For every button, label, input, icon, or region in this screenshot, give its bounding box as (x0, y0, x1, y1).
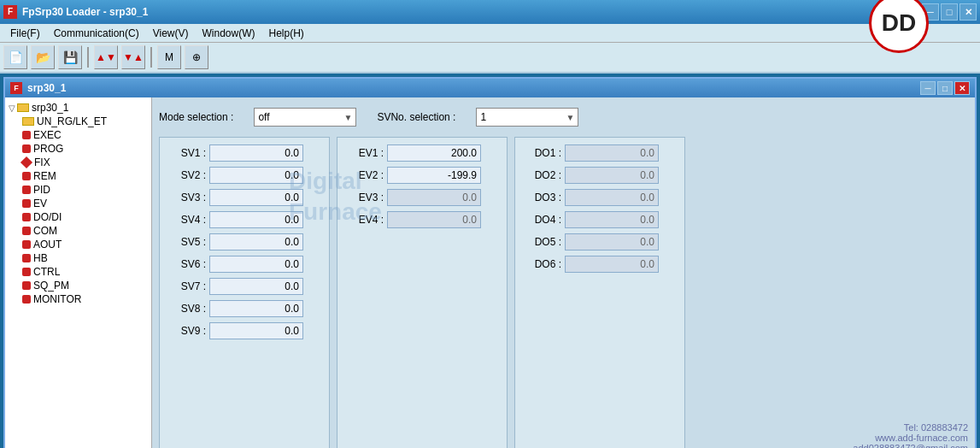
toolbar-search[interactable]: ⊕ (185, 45, 208, 69)
menu-file[interactable]: File(F) (3, 26, 47, 41)
do3-label: DO3 : (525, 192, 561, 203)
sv9-input[interactable] (209, 322, 303, 339)
tree-label-pid: PID (33, 184, 50, 196)
sidebar-item-prog[interactable]: PROG (22, 142, 148, 156)
do3-input[interactable] (565, 189, 659, 206)
do4-input[interactable] (565, 211, 659, 228)
mode-row: Mode selection : off ▼ SVNo. selection :… (159, 104, 968, 130)
toolbar-separator-1 (87, 47, 89, 68)
sv6-input[interactable] (209, 256, 303, 273)
sidebar: ▽ srp30_1 UN_RG/LK_ET EXEC PROG (5, 97, 152, 448)
tree-label-hb: HB (33, 252, 48, 264)
sidebar-item-exec[interactable]: EXEC (22, 128, 148, 142)
svno-dropdown-arrow: ▼ (566, 113, 575, 122)
sidebar-item-sq-pm[interactable]: SQ_PM (22, 279, 148, 292)
tree-root-label: srp30_1 (32, 102, 68, 114)
ev2-row: EV2 : (348, 167, 496, 184)
tree-label-ev: EV (33, 197, 47, 209)
sv4-label: SV4 : (170, 214, 206, 226)
sidebar-item-ev[interactable]: EV (22, 197, 148, 210)
footer-line1: Tel: 028883472 (853, 422, 968, 433)
tree-label-aout: AOUT (33, 239, 62, 251)
ev2-input[interactable] (387, 167, 481, 184)
sv3-input[interactable] (209, 189, 303, 206)
toolbar-upload[interactable]: ▲▼ (94, 45, 118, 69)
sv2-row: SV2 : (170, 167, 319, 184)
ev1-input[interactable] (387, 144, 481, 162)
sv9-label: SV9 : (170, 325, 206, 337)
toolbar-open[interactable]: 📂 (31, 45, 55, 69)
sidebar-item-aout[interactable]: AOUT (22, 238, 148, 251)
red-icon-pid (22, 186, 31, 194)
sidebar-item-pid[interactable]: PID (22, 183, 148, 197)
menu-help[interactable]: Help(H) (262, 26, 311, 41)
sv3-row: SV3 : (170, 189, 319, 206)
ev4-row: EV4 : (348, 211, 496, 228)
menu-view[interactable]: View(V) (146, 26, 196, 41)
menu-bar: File(F) Communication(C) View(V) Window(… (0, 24, 980, 43)
sv6-label: SV6 : (170, 258, 206, 270)
inner-title-bar: F srp30_1 ─ □ ✕ (5, 79, 975, 97)
sv5-input[interactable] (209, 233, 303, 251)
sv2-input[interactable] (209, 167, 303, 184)
maximize-button[interactable]: □ (941, 3, 958, 21)
toolbar-download[interactable]: ▼▲ (121, 45, 145, 69)
collapse-icon: ▽ (9, 103, 15, 113)
inner-maximize-button[interactable]: □ (937, 81, 953, 95)
ev3-label: EV3 : (348, 192, 384, 203)
toolbar: 📄 📂 💾 ▲▼ ▼▲ M ⊕ (0, 43, 980, 74)
ev4-input[interactable] (387, 211, 481, 228)
sv-box: SV1 : SV2 : SV3 : SV4 : (159, 137, 330, 448)
sidebar-item-hb[interactable]: HB (22, 251, 148, 265)
sv1-input[interactable] (209, 144, 303, 162)
sidebar-item-monitor[interactable]: MONITOR (22, 292, 148, 306)
do6-input[interactable] (565, 256, 659, 273)
sidebar-item-rem[interactable]: REM (22, 169, 148, 183)
toolbar-new[interactable]: 📄 (3, 45, 27, 69)
sv7-row: SV7 : (170, 278, 319, 295)
footer-line2: www.add-furnace.com (853, 433, 968, 443)
inner-minimize-button[interactable]: ─ (920, 81, 936, 95)
red-icon-ev (22, 199, 31, 208)
tree-children: UN_RG/LK_ET EXEC PROG FIX (22, 115, 148, 306)
sv1-row: SV1 : (170, 144, 319, 162)
sv7-input[interactable] (209, 278, 303, 295)
sidebar-item-com[interactable]: COM (22, 224, 148, 238)
sv4-input[interactable] (209, 211, 303, 228)
sidebar-item-dodi[interactable]: DO/DI (22, 210, 148, 224)
toolbar-save[interactable]: 💾 (58, 45, 82, 69)
tree-label-exec: EXEC (33, 129, 62, 141)
menu-window[interactable]: Window(W) (196, 26, 262, 41)
do6-row: DO6 : (525, 256, 674, 273)
sv3-label: SV3 : (170, 192, 206, 203)
folder-icon-un-rg (22, 117, 34, 126)
svno-selection-dropdown[interactable]: 1 ▼ (476, 108, 578, 127)
toolbar-monitor[interactable]: M (157, 45, 181, 69)
ev3-input[interactable] (387, 189, 481, 206)
sidebar-item-un-rg[interactable]: UN_RG/LK_ET (22, 115, 148, 128)
do5-row: DO5 : (525, 233, 674, 251)
do1-input[interactable] (565, 144, 659, 162)
do6-label: DO6 : (525, 258, 561, 270)
red-icon-exec (22, 131, 31, 139)
tree-label-dodi: DO/DI (33, 211, 62, 223)
menu-communication[interactable]: Communication(C) (47, 26, 146, 41)
sv8-row: SV8 : (170, 300, 319, 317)
mode-selection-dropdown[interactable]: off ▼ (254, 108, 356, 127)
close-button[interactable]: ✕ (959, 3, 977, 21)
inner-close-button[interactable]: ✕ (954, 81, 970, 95)
sv9-row: SV9 : (170, 322, 319, 339)
mode-selection-value: off (258, 111, 269, 123)
title-bar-buttons: ─ □ ✕ (922, 3, 977, 21)
window-title: FpSrp30 Loader - srp30_1 (22, 6, 148, 18)
sidebar-item-fix[interactable]: FIX (22, 156, 148, 169)
sidebar-item-ctrl[interactable]: CTRL (22, 265, 148, 279)
sv8-input[interactable] (209, 300, 303, 317)
red-icon-ctrl (22, 268, 31, 276)
do5-input[interactable] (565, 233, 659, 251)
do2-input[interactable] (565, 167, 659, 184)
tree-root-item[interactable]: ▽ srp30_1 (9, 101, 148, 115)
ev1-row: EV1 : (348, 144, 496, 162)
tree-label-un-rg: UN_RG/LK_ET (37, 115, 107, 127)
diamond-icon-fix (21, 156, 32, 168)
